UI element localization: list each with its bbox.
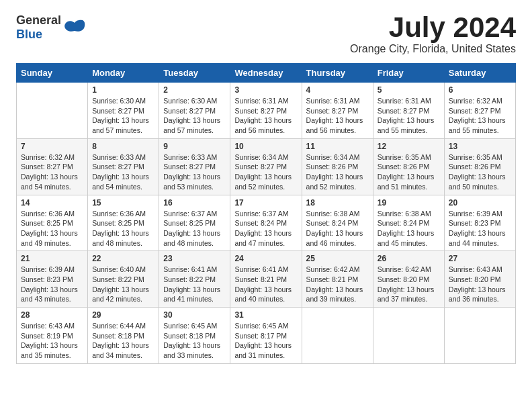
calendar-cell: 15Sunrise: 6:36 AMSunset: 8:25 PMDayligh… bbox=[88, 195, 159, 251]
weekday-header-sunday: Sunday bbox=[17, 64, 88, 83]
calendar-week-row: 28Sunrise: 6:43 AMSunset: 8:19 PMDayligh… bbox=[17, 308, 516, 364]
calendar-cell: 2Sunrise: 6:30 AMSunset: 8:27 PMDaylight… bbox=[159, 83, 230, 139]
calendar-cell: 20Sunrise: 6:39 AMSunset: 8:23 PMDayligh… bbox=[444, 195, 515, 251]
day-info: Sunrise: 6:38 AMSunset: 8:24 PMDaylight:… bbox=[306, 209, 369, 248]
day-number: 30 bbox=[163, 310, 226, 320]
weekday-header-thursday: Thursday bbox=[302, 64, 373, 83]
calendar-cell: 9Sunrise: 6:33 AMSunset: 8:27 PMDaylight… bbox=[159, 138, 230, 195]
day-number: 19 bbox=[378, 198, 440, 208]
day-info: Sunrise: 6:32 AMSunset: 8:27 PMDaylight:… bbox=[21, 152, 83, 192]
logo-general: General bbox=[16, 13, 61, 27]
day-info: Sunrise: 6:37 AMSunset: 8:24 PMDaylight:… bbox=[234, 209, 297, 248]
day-number: 16 bbox=[163, 198, 226, 208]
calendar-cell bbox=[302, 308, 373, 364]
day-info: Sunrise: 6:42 AMSunset: 8:20 PMDaylight:… bbox=[378, 265, 440, 304]
day-number: 22 bbox=[92, 254, 154, 263]
day-number: 6 bbox=[449, 85, 511, 95]
weekday-header-monday: Monday bbox=[88, 64, 159, 83]
day-info: Sunrise: 6:44 AMSunset: 8:18 PMDaylight:… bbox=[92, 321, 154, 361]
day-info: Sunrise: 6:35 AMSunset: 8:26 PMDaylight:… bbox=[378, 152, 440, 192]
calendar-week-row: 7Sunrise: 6:32 AMSunset: 8:27 PMDaylight… bbox=[17, 138, 516, 195]
day-info: Sunrise: 6:36 AMSunset: 8:25 PMDaylight:… bbox=[21, 209, 83, 248]
weekday-header-friday: Friday bbox=[373, 64, 444, 83]
day-info: Sunrise: 6:32 AMSunset: 8:27 PMDaylight:… bbox=[449, 96, 511, 136]
day-info: Sunrise: 6:43 AMSunset: 8:19 PMDaylight:… bbox=[21, 321, 83, 361]
calendar-cell: 23Sunrise: 6:41 AMSunset: 8:22 PMDayligh… bbox=[159, 251, 230, 308]
weekday-header-tuesday: Tuesday bbox=[159, 64, 230, 83]
day-number: 10 bbox=[234, 142, 297, 151]
calendar-cell: 8Sunrise: 6:33 AMSunset: 8:27 PMDaylight… bbox=[88, 138, 159, 195]
day-info: Sunrise: 6:39 AMSunset: 8:23 PMDaylight:… bbox=[21, 265, 83, 304]
calendar-cell: 6Sunrise: 6:32 AMSunset: 8:27 PMDaylight… bbox=[444, 83, 515, 139]
day-number: 23 bbox=[163, 254, 226, 263]
calendar-cell: 21Sunrise: 6:39 AMSunset: 8:23 PMDayligh… bbox=[17, 251, 88, 308]
calendar-cell: 28Sunrise: 6:43 AMSunset: 8:19 PMDayligh… bbox=[17, 308, 88, 364]
logo-bird-icon bbox=[64, 19, 85, 36]
day-info: Sunrise: 6:36 AMSunset: 8:25 PMDaylight:… bbox=[92, 209, 154, 248]
calendar-cell: 17Sunrise: 6:37 AMSunset: 8:24 PMDayligh… bbox=[230, 195, 302, 251]
day-number: 20 bbox=[449, 198, 511, 208]
logo-blue: Blue bbox=[16, 28, 42, 41]
calendar-cell bbox=[444, 308, 515, 364]
calendar-cell: 22Sunrise: 6:40 AMSunset: 8:22 PMDayligh… bbox=[88, 251, 159, 308]
day-number: 11 bbox=[306, 142, 369, 151]
day-info: Sunrise: 6:33 AMSunset: 8:27 PMDaylight:… bbox=[163, 152, 226, 192]
day-info: Sunrise: 6:45 AMSunset: 8:17 PMDaylight:… bbox=[234, 321, 297, 361]
day-number: 28 bbox=[21, 310, 83, 320]
day-info: Sunrise: 6:31 AMSunset: 8:27 PMDaylight:… bbox=[378, 96, 440, 136]
calendar-week-row: 14Sunrise: 6:36 AMSunset: 8:25 PMDayligh… bbox=[17, 195, 516, 251]
calendar-cell: 26Sunrise: 6:42 AMSunset: 8:20 PMDayligh… bbox=[373, 251, 444, 308]
calendar-cell: 14Sunrise: 6:36 AMSunset: 8:25 PMDayligh… bbox=[17, 195, 88, 251]
day-info: Sunrise: 6:31 AMSunset: 8:27 PMDaylight:… bbox=[234, 96, 297, 136]
calendar-cell: 13Sunrise: 6:35 AMSunset: 8:26 PMDayligh… bbox=[444, 138, 515, 195]
day-info: Sunrise: 6:30 AMSunset: 8:27 PMDaylight:… bbox=[163, 96, 226, 136]
calendar-cell: 30Sunrise: 6:45 AMSunset: 8:18 PMDayligh… bbox=[159, 308, 230, 364]
calendar-cell: 12Sunrise: 6:35 AMSunset: 8:26 PMDayligh… bbox=[373, 138, 444, 195]
calendar-week-row: 1Sunrise: 6:30 AMSunset: 8:27 PMDaylight… bbox=[17, 83, 516, 139]
day-number: 31 bbox=[234, 310, 297, 320]
month-title: July 2024 bbox=[350, 13, 516, 42]
calendar-cell: 3Sunrise: 6:31 AMSunset: 8:27 PMDaylight… bbox=[230, 83, 302, 139]
day-info: Sunrise: 6:45 AMSunset: 8:18 PMDaylight:… bbox=[163, 321, 226, 361]
day-number: 27 bbox=[449, 254, 511, 263]
calendar-cell: 19Sunrise: 6:38 AMSunset: 8:24 PMDayligh… bbox=[373, 195, 444, 251]
day-number: 18 bbox=[306, 198, 369, 208]
calendar-cell: 18Sunrise: 6:38 AMSunset: 8:24 PMDayligh… bbox=[302, 195, 373, 251]
header: General Blue July 2024 Orange City, Flor… bbox=[16, 13, 516, 55]
calendar-cell: 5Sunrise: 6:31 AMSunset: 8:27 PMDaylight… bbox=[373, 83, 444, 139]
day-number: 7 bbox=[21, 142, 83, 151]
day-number: 17 bbox=[234, 198, 297, 208]
day-info: Sunrise: 6:39 AMSunset: 8:23 PMDaylight:… bbox=[449, 209, 511, 248]
day-number: 24 bbox=[234, 254, 297, 263]
calendar-week-row: 21Sunrise: 6:39 AMSunset: 8:23 PMDayligh… bbox=[17, 251, 516, 308]
day-number: 25 bbox=[306, 254, 369, 263]
day-info: Sunrise: 6:34 AMSunset: 8:27 PMDaylight:… bbox=[234, 152, 297, 192]
day-number: 4 bbox=[306, 85, 369, 95]
calendar-table: SundayMondayTuesdayWednesdayThursdayFrid… bbox=[16, 63, 516, 364]
day-number: 15 bbox=[92, 198, 154, 208]
calendar-cell: 29Sunrise: 6:44 AMSunset: 8:18 PMDayligh… bbox=[88, 308, 159, 364]
calendar-cell: 27Sunrise: 6:43 AMSunset: 8:20 PMDayligh… bbox=[444, 251, 515, 308]
day-number: 1 bbox=[92, 85, 154, 95]
day-number: 12 bbox=[378, 142, 440, 151]
day-info: Sunrise: 6:41 AMSunset: 8:22 PMDaylight:… bbox=[163, 265, 226, 304]
day-info: Sunrise: 6:38 AMSunset: 8:24 PMDaylight:… bbox=[378, 209, 440, 248]
calendar-cell: 25Sunrise: 6:42 AMSunset: 8:21 PMDayligh… bbox=[302, 251, 373, 308]
calendar-cell bbox=[373, 308, 444, 364]
calendar-cell: 4Sunrise: 6:31 AMSunset: 8:27 PMDaylight… bbox=[302, 83, 373, 139]
calendar-cell: 10Sunrise: 6:34 AMSunset: 8:27 PMDayligh… bbox=[230, 138, 302, 195]
day-number: 14 bbox=[21, 198, 83, 208]
weekday-header-saturday: Saturday bbox=[444, 64, 515, 83]
weekday-header-wednesday: Wednesday bbox=[230, 64, 302, 83]
logo: General Blue bbox=[16, 13, 85, 42]
calendar-cell: 1Sunrise: 6:30 AMSunset: 8:27 PMDaylight… bbox=[88, 83, 159, 139]
day-number: 21 bbox=[21, 254, 83, 263]
day-number: 3 bbox=[234, 85, 297, 95]
day-info: Sunrise: 6:43 AMSunset: 8:20 PMDaylight:… bbox=[449, 265, 511, 304]
day-info: Sunrise: 6:42 AMSunset: 8:21 PMDaylight:… bbox=[306, 265, 369, 304]
day-number: 2 bbox=[163, 85, 226, 95]
day-info: Sunrise: 6:40 AMSunset: 8:22 PMDaylight:… bbox=[92, 265, 154, 304]
day-info: Sunrise: 6:30 AMSunset: 8:27 PMDaylight:… bbox=[92, 96, 154, 136]
day-number: 5 bbox=[378, 85, 440, 95]
day-info: Sunrise: 6:41 AMSunset: 8:21 PMDaylight:… bbox=[234, 265, 297, 304]
